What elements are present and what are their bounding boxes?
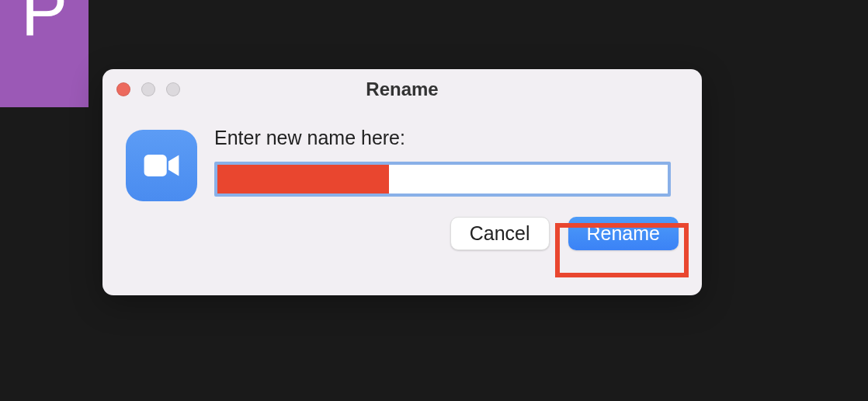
- minimize-window-button[interactable]: [141, 82, 155, 96]
- close-window-button[interactable]: [116, 82, 130, 96]
- dialog-content: Enter new name here:: [102, 110, 702, 201]
- form-area: Enter new name here:: [214, 124, 679, 201]
- avatar-initial: P: [21, 0, 68, 39]
- redacted-input-value: [217, 165, 389, 194]
- name-input[interactable]: [214, 162, 671, 197]
- svg-rect-0: [144, 155, 167, 176]
- participant-avatar-tile: P: [0, 0, 89, 107]
- name-input-label: Enter new name here:: [214, 127, 679, 149]
- rename-button[interactable]: Rename: [568, 217, 679, 250]
- window-controls: [116, 82, 180, 96]
- zoom-window-button[interactable]: [166, 82, 180, 96]
- dialog-buttons: Cancel Rename: [102, 201, 702, 250]
- cancel-button[interactable]: Cancel: [450, 217, 550, 250]
- video-camera-icon: [140, 144, 183, 187]
- dialog-titlebar: Rename: [102, 69, 702, 110]
- rename-dialog: Rename Enter new name here: Cancel Renam…: [102, 69, 702, 295]
- zoom-app-icon: [126, 130, 197, 201]
- dialog-title: Rename: [366, 78, 438, 100]
